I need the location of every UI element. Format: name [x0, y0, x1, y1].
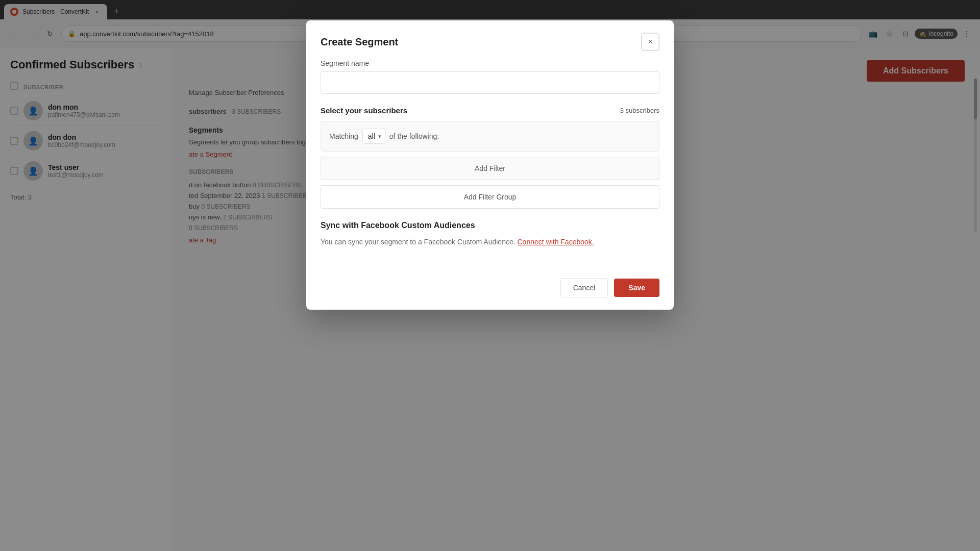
select-subscribers-header: Select your subscribers 3 subscribers: [321, 106, 659, 115]
modal-body: Segment name Select your subscribers 3 s…: [306, 59, 674, 270]
add-filter-button[interactable]: Add Filter: [321, 157, 659, 180]
filter-select-wrapper: all any: [362, 129, 385, 144]
cancel-button[interactable]: Cancel: [560, 278, 608, 297]
filter-following-label: of the following:: [389, 132, 439, 140]
save-button[interactable]: Save: [614, 279, 659, 297]
segment-name-input[interactable]: [321, 71, 659, 94]
connect-facebook-link[interactable]: Connect with Facebook.: [518, 238, 594, 246]
select-subscribers-title: Select your subscribers: [321, 106, 407, 115]
filter-row: Matching all any of the following:: [321, 121, 659, 152]
add-filter-group-button[interactable]: Add Filter Group: [321, 185, 659, 209]
modal-title: Create Segment: [321, 36, 398, 48]
segment-name-label: Segment name: [321, 59, 659, 67]
facebook-section-title: Sync with Facebook Custom Audiences: [321, 221, 659, 230]
modal-overlay: Create Segment × Segment name Select you…: [0, 0, 980, 551]
facebook-body: You can sync your segment to a Facebook …: [321, 236, 659, 247]
filter-matching-label: Matching: [329, 132, 358, 140]
create-segment-modal: Create Segment × Segment name Select you…: [306, 20, 674, 310]
subscribers-count-badge: 3 subscribers: [620, 107, 659, 114]
modal-footer: Cancel Save: [306, 270, 674, 310]
modal-close-button[interactable]: ×: [641, 33, 659, 51]
filter-matching-select[interactable]: all any: [362, 129, 385, 144]
modal-header: Create Segment ×: [306, 20, 674, 59]
facebook-section: Sync with Facebook Custom Audiences You …: [321, 221, 659, 247]
